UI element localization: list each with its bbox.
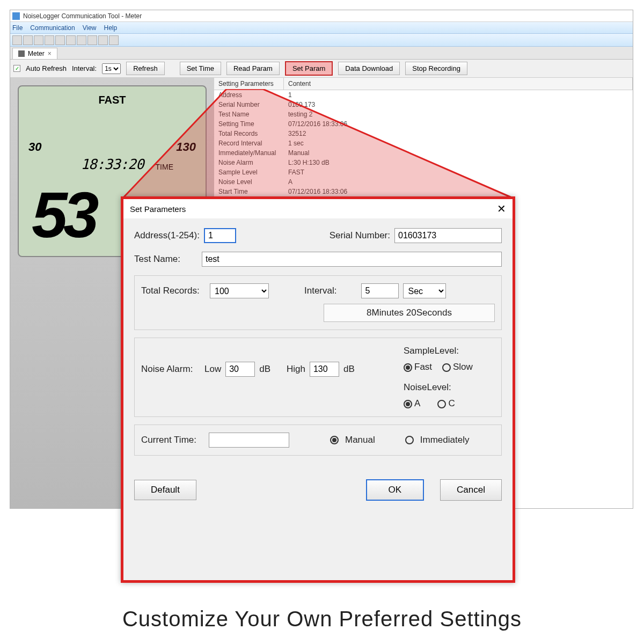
toolbar-icon[interactable] [45, 35, 54, 45]
current-time-label: Current Time: [141, 435, 204, 445]
param-key: Sample Level [214, 169, 284, 176]
param-key: Noise Level [214, 178, 284, 186]
tab-icon [18, 50, 25, 57]
param-row: Start Time07/12/2016 18:33:06 [214, 187, 633, 196]
toolbar-icon[interactable] [34, 35, 43, 45]
param-row: Record Interval1 sec [214, 138, 633, 148]
radio-c[interactable] [437, 400, 446, 408]
app-icon [12, 12, 20, 20]
menu-communication[interactable]: Communication [30, 24, 75, 32]
address-input[interactable] [204, 228, 236, 243]
lcd-scale-high: 130 [176, 140, 196, 154]
sample-level-label: SampleLevel: [404, 346, 495, 356]
radio-fast[interactable] [404, 363, 412, 372]
param-row: Serial Number0160 173 [214, 100, 633, 109]
param-value: FAST [284, 169, 633, 176]
toolbar-icon[interactable] [98, 35, 108, 45]
param-key: Test Name [214, 111, 284, 118]
data-download-button[interactable]: Data Download [338, 62, 400, 75]
param-row: Test Nametesting 2 [214, 109, 633, 119]
param-row: Immediately/ManualManual [214, 148, 633, 158]
slow-label: Slow [453, 362, 473, 372]
interval-unit-select[interactable]: Sec [403, 283, 446, 298]
noise-level-label: NoiseLevel: [404, 382, 495, 393]
auto-refresh-label: Auto Refresh [26, 64, 67, 72]
ok-button[interactable]: OK [366, 479, 425, 501]
duration-display: 8Minutes 20Seconds [324, 304, 495, 322]
low-label: Low [204, 364, 221, 375]
close-icon[interactable]: ✕ [497, 202, 506, 215]
lcd-mode: FAST [98, 94, 126, 106]
low-input[interactable] [225, 362, 255, 377]
tab-strip: Meter × [10, 47, 633, 60]
set-param-button[interactable]: Set Param [285, 61, 333, 76]
lcd-time-label: TIME [156, 163, 173, 171]
param-key: Total Records [214, 130, 284, 137]
tab-label: Meter [28, 50, 45, 57]
menu-help[interactable]: Help [104, 24, 118, 32]
interval-select[interactable]: 1s [102, 63, 121, 74]
toolbar-icon[interactable] [12, 35, 22, 45]
interval-input[interactable] [361, 283, 399, 298]
param-row: Setting Time07/12/2016 18:33:06 [214, 119, 633, 129]
param-value: 07/12/2016 18:33:06 [284, 188, 633, 195]
dialog-title: Set Parameters [130, 204, 186, 214]
default-button[interactable]: Default [134, 480, 196, 500]
serial-input[interactable] [394, 228, 502, 243]
param-value: 1 sec [284, 140, 633, 147]
param-value: Manual [284, 149, 633, 157]
param-row: Total Records32512 [214, 129, 633, 138]
current-time-input[interactable] [209, 433, 289, 448]
param-value: 07/12/2016 18:33:06 [284, 120, 633, 128]
refresh-button[interactable]: Refresh [126, 62, 165, 75]
dialog-titlebar: Set Parameters ✕ [123, 199, 513, 218]
tab-meter[interactable]: Meter × [12, 48, 57, 59]
window-titlebar: NoiseLogger Communication Tool - Meter [10, 10, 633, 22]
lcd-time: 18:33:20 [80, 156, 143, 172]
cancel-button[interactable]: Cancel [440, 479, 502, 501]
menu-file[interactable]: File [12, 24, 23, 32]
total-records-label: Total Records: [141, 286, 206, 296]
param-key: Start Time [214, 188, 284, 195]
read-param-button[interactable]: Read Param [226, 62, 280, 75]
param-value: 1 [284, 91, 633, 99]
menu-view[interactable]: View [83, 24, 97, 32]
toolbar-icon[interactable] [66, 35, 76, 45]
testname-label: Test Name: [134, 254, 197, 265]
param-key: Setting Time [214, 120, 284, 128]
interval-label: Interval: [72, 64, 97, 72]
lcd-value: 53 [32, 178, 94, 252]
tab-close-icon[interactable]: × [48, 50, 52, 57]
param-row: Noise LevelA [214, 177, 633, 187]
set-time-button[interactable]: Set Time [180, 62, 221, 75]
toolbar-icon[interactable] [109, 35, 119, 45]
toolbar-icon[interactable] [23, 35, 33, 45]
param-value: 0160 173 [284, 101, 633, 108]
fast-label: Fast [414, 362, 432, 372]
param-key: Immediately/Manual [214, 149, 284, 157]
total-records-select[interactable]: 100 [210, 283, 269, 298]
testname-input[interactable] [202, 252, 502, 267]
radio-slow[interactable] [442, 363, 451, 372]
lcd-scale-low: 30 [28, 140, 41, 154]
stop-recording-button[interactable]: Stop Recording [405, 62, 467, 75]
param-header-key: Setting Parameters [214, 78, 284, 90]
interval-label: Interval: [304, 286, 336, 296]
toolbar-icon[interactable] [77, 35, 86, 45]
auto-refresh-checkbox[interactable]: ✓ [13, 65, 20, 72]
address-label: Address(1-254): [134, 230, 200, 241]
param-value: testing 2 [284, 111, 633, 118]
param-key: Record Interval [214, 140, 284, 147]
param-row: Sample LevelFAST [214, 167, 633, 177]
toolbar-icon[interactable] [87, 35, 97, 45]
radio-a[interactable] [404, 400, 412, 408]
radio-immediately[interactable] [405, 436, 414, 444]
radio-manual[interactable] [330, 436, 339, 444]
toolbar [10, 34, 633, 47]
c-label: C [448, 398, 455, 408]
high-label: High [287, 364, 305, 375]
parameters-header: Setting Parameters Content [214, 78, 633, 90]
db-label-2: dB [343, 364, 355, 375]
high-input[interactable] [310, 362, 339, 377]
toolbar-icon[interactable] [55, 35, 65, 45]
